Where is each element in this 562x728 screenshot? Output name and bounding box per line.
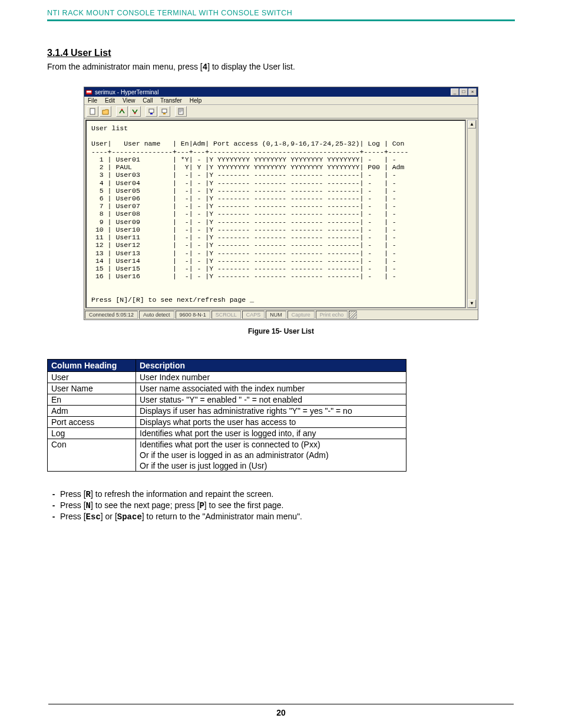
page-number: 20 [0,704,562,717]
hyperterminal-window: serimux - HyperTerminal _ □ × File Edit … [84,87,478,320]
window-titlebar[interactable]: serimux - HyperTerminal _ □ × [84,87,478,97]
table-cell-heading [48,450,136,460]
resize-grip-icon[interactable] [349,311,357,319]
key-literal: N [86,501,91,510]
close-button[interactable]: × [468,88,477,95]
intro-post: ] to display the User list. [207,62,295,71]
table-cell-description: Displays if user has administrative righ… [136,406,406,417]
status-scroll: SCROLL [211,311,241,319]
instruction-row: -Press [N] to see the next page; press [… [47,500,515,510]
statusbar: Connected 5:05:12 Auto detect 9600 8-N-1… [84,309,478,319]
toolbar-disconnect-icon[interactable] [129,106,141,117]
menu-view[interactable]: View [123,97,135,104]
table-cell-heading [48,460,136,472]
toolbar-open-icon[interactable] [100,106,111,117]
table-row: EnUser status- "Y" = enabled " -" = not … [48,394,406,406]
toolbar [84,105,478,118]
menu-edit[interactable]: Edit [105,97,115,104]
desc-header-col: Column Heading [48,360,136,372]
scrollbar[interactable]: ▲ ▼ [467,120,477,308]
table-cell-heading: User Name [48,383,136,394]
bullet-dash: - [47,512,60,522]
table-cell-description: User name associated with the index numb… [136,383,406,394]
status-echo: Print echo [316,311,348,319]
table-row: ConIdentifies what port the user is conn… [48,439,406,450]
text-fragment: Press [ [60,489,86,499]
table-cell-heading: Port access [48,417,136,428]
running-header: NTI RACK MOUNT CONSOLE TERMINAL WITH CON… [47,9,515,19]
instruction-row: -Press [Esc] or [Space] to return to the… [47,512,515,522]
bullet-dash: - [47,489,60,499]
table-cell-heading: Log [48,428,136,439]
status-params: 9600 8-N-1 [176,311,210,319]
toolbar-receive-icon[interactable] [158,106,170,117]
instruction-text: Press [N] to see the next page; press [P… [60,500,283,510]
instruction-text: Press [Esc] or [Space] to return to the … [60,512,302,522]
status-num: NUM [266,311,286,319]
table-cell-description: User status- "Y" = enabled " -" = not en… [136,394,406,406]
text-fragment: Press [ [60,512,86,521]
menu-file[interactable]: File [88,97,97,104]
instruction-row: -Press [R] to refresh the information an… [47,489,515,499]
minimize-button[interactable]: _ [451,88,459,95]
status-capture: Capture [287,311,315,319]
table-cell-description: User Index number [136,372,406,383]
section-heading: 3.1.4 User List [47,48,515,58]
intro-pre: From the administrator main menu, press … [47,62,203,71]
text-fragment: ] to refresh the information and repaint… [91,489,274,499]
menu-transfer[interactable]: Transfer [160,97,182,104]
svg-rect-2 [90,108,95,114]
desc-header-desc: Description [136,360,406,372]
table-row: User NameUser name associated with the i… [48,383,406,394]
table-cell-heading: Adm [48,406,136,417]
column-description-table: Column Heading Description UserUser Inde… [47,359,406,472]
figure-caption: Figure 15- User List [47,327,515,335]
key-literal: Space [117,512,142,522]
text-fragment: Press [ [60,500,86,510]
header-rule [47,19,515,21]
text-fragment: ] to see the first page. [204,500,284,510]
table-cell-heading: Con [48,439,136,450]
table-row: AdmDisplays if user has administrative r… [48,406,406,417]
status-detect: Auto detect [139,311,174,319]
menu-help[interactable]: Help [190,97,202,104]
table-row: Or if the user is just logged in (Usr) [48,460,406,472]
toolbar-connect-icon[interactable] [116,106,128,117]
table-cell-heading: User [48,372,136,383]
instructions-list: -Press [R] to refresh the information an… [47,489,515,522]
status-caps: CAPS [242,311,265,319]
scroll-up-icon[interactable]: ▲ [468,120,476,129]
svg-point-4 [134,113,136,114]
bullet-dash: - [47,500,60,510]
window-title: serimux - HyperTerminal [95,89,451,95]
maximize-button[interactable]: □ [459,88,468,95]
key-literal: R [86,490,91,499]
intro-text: From the administrator main menu, press … [47,62,515,72]
key-literal: Esc [86,512,101,522]
svg-rect-5 [149,109,154,113]
svg-rect-6 [162,109,167,113]
table-cell-description: Displays what ports the user has access … [136,417,406,428]
status-connected: Connected 5:05:12 [85,311,138,319]
menu-call[interactable]: Call [143,97,153,104]
table-row: Port accessDisplays what ports the user … [48,417,406,428]
menubar: File Edit View Call Transfer Help [84,97,478,105]
toolbar-properties-icon[interactable] [175,106,187,117]
table-row: Or if the user is logged in as an admini… [48,450,406,460]
text-fragment: ] or [ [101,512,117,521]
text-fragment: ] to return to the "Administrator main m… [142,512,302,521]
scroll-down-icon[interactable]: ▼ [468,299,476,308]
toolbar-send-icon[interactable] [146,106,157,117]
key-literal: P [199,501,204,510]
toolbar-new-icon[interactable] [87,106,98,117]
app-icon [85,88,92,95]
table-cell-description: Identifies what port the user is connect… [136,439,406,450]
instruction-text: Press [R] to refresh the information and… [60,489,274,499]
table-cell-description: Identifies what port the user is logged … [136,428,406,439]
terminal-output[interactable]: User list User| User name | En|Adm| Port… [85,120,466,308]
table-cell-heading: En [48,394,136,406]
table-row: LogIdentifies what port the user is logg… [48,428,406,439]
table-cell-description: Or if the user is just logged in (Usr) [136,460,406,472]
intro-key: 4 [203,62,207,72]
svg-rect-1 [87,91,91,93]
